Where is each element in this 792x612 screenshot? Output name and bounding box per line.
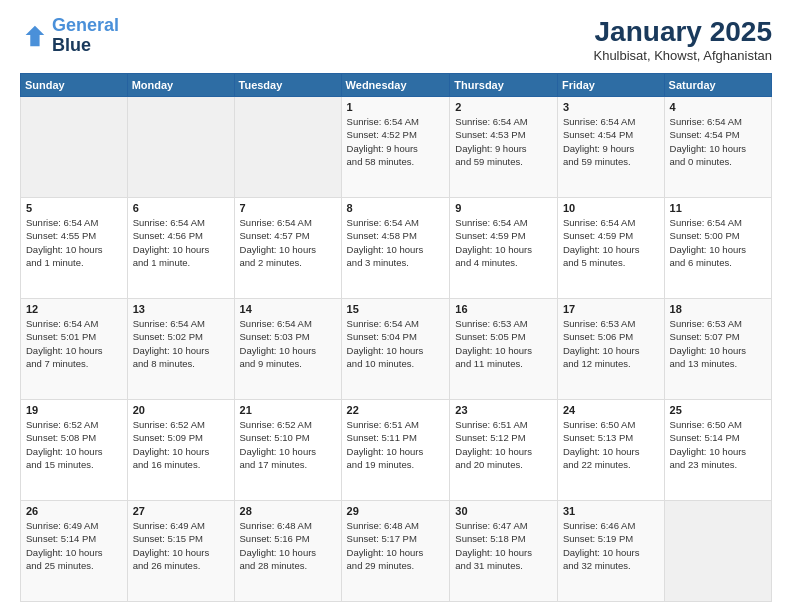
calendar-cell: 5Sunrise: 6:54 AMSunset: 4:55 PMDaylight… [21,198,128,299]
day-number: 2 [455,101,552,113]
day-number: 14 [240,303,336,315]
calendar-table: SundayMondayTuesdayWednesdayThursdayFrid… [20,73,772,602]
calendar-cell: 16Sunrise: 6:53 AMSunset: 5:05 PMDayligh… [450,299,558,400]
day-info: Sunrise: 6:47 AMSunset: 5:18 PMDaylight:… [455,519,552,572]
day-info: Sunrise: 6:52 AMSunset: 5:10 PMDaylight:… [240,418,336,471]
svg-marker-0 [26,26,45,47]
day-info: Sunrise: 6:54 AMSunset: 4:58 PMDaylight:… [347,216,445,269]
calendar-cell: 14Sunrise: 6:54 AMSunset: 5:03 PMDayligh… [234,299,341,400]
calendar-cell: 26Sunrise: 6:49 AMSunset: 5:14 PMDayligh… [21,501,128,602]
calendar-cell: 30Sunrise: 6:47 AMSunset: 5:18 PMDayligh… [450,501,558,602]
day-number: 16 [455,303,552,315]
calendar-cell: 15Sunrise: 6:54 AMSunset: 5:04 PMDayligh… [341,299,450,400]
logo-icon [20,22,48,50]
weekday-wednesday: Wednesday [341,74,450,97]
day-number: 5 [26,202,122,214]
week-row-2: 5Sunrise: 6:54 AMSunset: 4:55 PMDaylight… [21,198,772,299]
calendar-cell: 6Sunrise: 6:54 AMSunset: 4:56 PMDaylight… [127,198,234,299]
day-info: Sunrise: 6:52 AMSunset: 5:09 PMDaylight:… [133,418,229,471]
calendar-cell: 28Sunrise: 6:48 AMSunset: 5:16 PMDayligh… [234,501,341,602]
day-number: 7 [240,202,336,214]
day-number: 24 [563,404,659,416]
day-info: Sunrise: 6:54 AMSunset: 4:59 PMDaylight:… [455,216,552,269]
header: General Blue January 2025 Khulbisat, Kho… [20,16,772,63]
calendar-cell: 10Sunrise: 6:54 AMSunset: 4:59 PMDayligh… [557,198,664,299]
day-info: Sunrise: 6:54 AMSunset: 4:59 PMDaylight:… [563,216,659,269]
weekday-tuesday: Tuesday [234,74,341,97]
calendar-cell: 27Sunrise: 6:49 AMSunset: 5:15 PMDayligh… [127,501,234,602]
day-info: Sunrise: 6:54 AMSunset: 5:04 PMDaylight:… [347,317,445,370]
calendar-cell: 29Sunrise: 6:48 AMSunset: 5:17 PMDayligh… [341,501,450,602]
day-number: 19 [26,404,122,416]
day-number: 1 [347,101,445,113]
day-info: Sunrise: 6:52 AMSunset: 5:08 PMDaylight:… [26,418,122,471]
day-number: 30 [455,505,552,517]
calendar-cell: 7Sunrise: 6:54 AMSunset: 4:57 PMDaylight… [234,198,341,299]
calendar-cell [664,501,771,602]
calendar-cell: 9Sunrise: 6:54 AMSunset: 4:59 PMDaylight… [450,198,558,299]
day-info: Sunrise: 6:49 AMSunset: 5:14 PMDaylight:… [26,519,122,572]
day-number: 4 [670,101,766,113]
day-info: Sunrise: 6:54 AMSunset: 4:54 PMDaylight:… [563,115,659,168]
calendar-cell: 12Sunrise: 6:54 AMSunset: 5:01 PMDayligh… [21,299,128,400]
title-block: January 2025 Khulbisat, Khowst, Afghanis… [593,16,772,63]
calendar-cell: 18Sunrise: 6:53 AMSunset: 5:07 PMDayligh… [664,299,771,400]
day-number: 17 [563,303,659,315]
calendar-cell: 11Sunrise: 6:54 AMSunset: 5:00 PMDayligh… [664,198,771,299]
day-info: Sunrise: 6:53 AMSunset: 5:05 PMDaylight:… [455,317,552,370]
day-number: 26 [26,505,122,517]
day-info: Sunrise: 6:49 AMSunset: 5:15 PMDaylight:… [133,519,229,572]
day-info: Sunrise: 6:48 AMSunset: 5:17 PMDaylight:… [347,519,445,572]
day-info: Sunrise: 6:54 AMSunset: 4:54 PMDaylight:… [670,115,766,168]
day-info: Sunrise: 6:50 AMSunset: 5:13 PMDaylight:… [563,418,659,471]
weekday-sunday: Sunday [21,74,128,97]
calendar-cell: 25Sunrise: 6:50 AMSunset: 5:14 PMDayligh… [664,400,771,501]
day-number: 6 [133,202,229,214]
day-number: 31 [563,505,659,517]
calendar-cell [21,97,128,198]
day-number: 27 [133,505,229,517]
calendar-cell: 8Sunrise: 6:54 AMSunset: 4:58 PMDaylight… [341,198,450,299]
day-number: 13 [133,303,229,315]
week-row-1: 1Sunrise: 6:54 AMSunset: 4:52 PMDaylight… [21,97,772,198]
week-row-5: 26Sunrise: 6:49 AMSunset: 5:14 PMDayligh… [21,501,772,602]
day-info: Sunrise: 6:50 AMSunset: 5:14 PMDaylight:… [670,418,766,471]
day-number: 9 [455,202,552,214]
calendar-cell [234,97,341,198]
calendar-cell: 22Sunrise: 6:51 AMSunset: 5:11 PMDayligh… [341,400,450,501]
day-info: Sunrise: 6:51 AMSunset: 5:11 PMDaylight:… [347,418,445,471]
day-info: Sunrise: 6:46 AMSunset: 5:19 PMDaylight:… [563,519,659,572]
day-number: 29 [347,505,445,517]
day-info: Sunrise: 6:53 AMSunset: 5:07 PMDaylight:… [670,317,766,370]
day-number: 8 [347,202,445,214]
day-info: Sunrise: 6:54 AMSunset: 4:56 PMDaylight:… [133,216,229,269]
day-number: 22 [347,404,445,416]
week-row-3: 12Sunrise: 6:54 AMSunset: 5:01 PMDayligh… [21,299,772,400]
weekday-monday: Monday [127,74,234,97]
day-number: 28 [240,505,336,517]
calendar-cell: 19Sunrise: 6:52 AMSunset: 5:08 PMDayligh… [21,400,128,501]
weekday-saturday: Saturday [664,74,771,97]
calendar-cell: 31Sunrise: 6:46 AMSunset: 5:19 PMDayligh… [557,501,664,602]
weekday-friday: Friday [557,74,664,97]
day-number: 23 [455,404,552,416]
logo-text: General Blue [52,16,119,56]
calendar-cell: 4Sunrise: 6:54 AMSunset: 4:54 PMDaylight… [664,97,771,198]
calendar-cell: 17Sunrise: 6:53 AMSunset: 5:06 PMDayligh… [557,299,664,400]
day-number: 20 [133,404,229,416]
page: General Blue January 2025 Khulbisat, Kho… [0,0,792,612]
day-info: Sunrise: 6:54 AMSunset: 4:57 PMDaylight:… [240,216,336,269]
day-number: 12 [26,303,122,315]
week-row-4: 19Sunrise: 6:52 AMSunset: 5:08 PMDayligh… [21,400,772,501]
calendar-cell: 3Sunrise: 6:54 AMSunset: 4:54 PMDaylight… [557,97,664,198]
calendar-cell: 20Sunrise: 6:52 AMSunset: 5:09 PMDayligh… [127,400,234,501]
calendar-cell: 24Sunrise: 6:50 AMSunset: 5:13 PMDayligh… [557,400,664,501]
day-number: 11 [670,202,766,214]
weekday-thursday: Thursday [450,74,558,97]
day-info: Sunrise: 6:54 AMSunset: 5:00 PMDaylight:… [670,216,766,269]
day-info: Sunrise: 6:53 AMSunset: 5:06 PMDaylight:… [563,317,659,370]
logo: General Blue [20,16,119,56]
day-number: 10 [563,202,659,214]
day-info: Sunrise: 6:48 AMSunset: 5:16 PMDaylight:… [240,519,336,572]
day-info: Sunrise: 6:54 AMSunset: 5:03 PMDaylight:… [240,317,336,370]
